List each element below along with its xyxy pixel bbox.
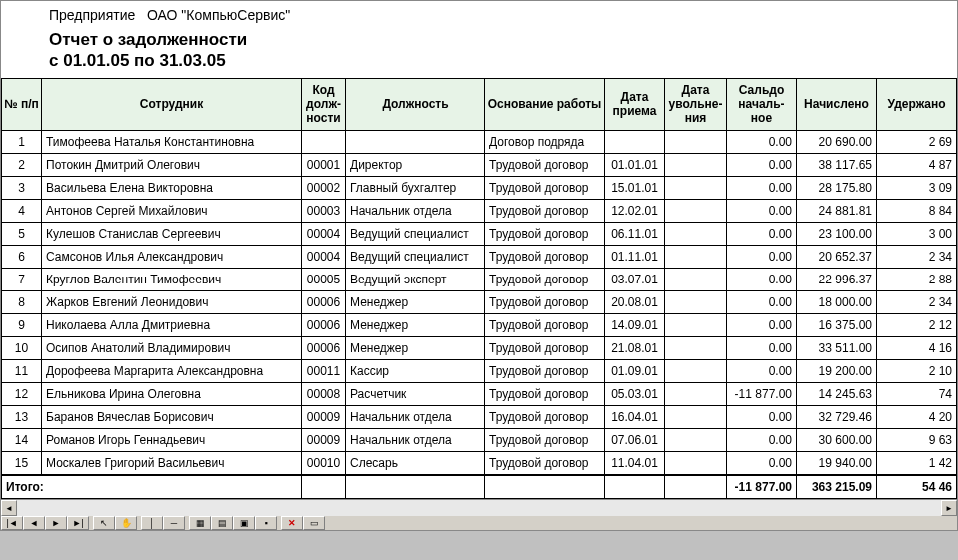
th-opening: Сальдо началь-ное <box>727 78 797 130</box>
cell-code: 00009 <box>302 428 346 451</box>
tool-icon[interactable]: ▪ <box>255 516 277 530</box>
grid-icon[interactable]: ▦ <box>189 516 211 530</box>
table-row[interactable]: 3Васильева Елена Викторовна00002Главный … <box>2 176 957 199</box>
cell-employee: Потокин Дмитрий Олегович <box>42 153 302 176</box>
cell-fire <box>665 313 727 336</box>
cell-opening: 0.00 <box>727 451 797 475</box>
totals-label: Итого: <box>2 475 302 499</box>
cell-hire: 01.09.01 <box>605 359 665 382</box>
table-row[interactable]: 9Николаева Алла Дмитриевна00006МенеджерТ… <box>2 313 957 336</box>
cell-employee: Антонов Сергей Михайлович <box>42 199 302 222</box>
cell-withheld: 2 12 <box>877 313 957 336</box>
scroll-left-arrow-icon[interactable]: ◄ <box>1 500 17 516</box>
cell-num: 6 <box>2 245 42 268</box>
cell-num: 14 <box>2 428 42 451</box>
cell-hire: 05.03.01 <box>605 382 665 405</box>
table-row[interactable]: 12Ельникова Ирина Олеговна00008Расчетчик… <box>2 382 957 405</box>
table-row[interactable]: 7Круглов Валентин Тимофеевич00005Ведущий… <box>2 268 957 290</box>
cell-position: Менеджер <box>346 313 485 336</box>
th-basis: Основание работы <box>485 78 605 130</box>
cell-hire: 21.08.01 <box>605 336 665 359</box>
cell-num: 7 <box>2 268 42 290</box>
hand-icon[interactable]: ✋ <box>115 516 137 530</box>
cell-hire: 07.06.01 <box>605 428 665 451</box>
table-row[interactable]: 2Потокин Дмитрий Олегович00001ДиректорТр… <box>2 153 957 176</box>
nav-prev-icon[interactable]: ◄ <box>23 516 45 530</box>
cell-position: Директор <box>346 153 485 176</box>
table-row[interactable]: 11Дорофеева Маргарита Александровна00011… <box>2 359 957 382</box>
table-row[interactable]: 10Осипов Анатолий Владимирович00006Менед… <box>2 336 957 359</box>
cell-position: Главный бухгалтер <box>346 176 485 199</box>
report-title: Отчет о задолженности <box>49 29 957 50</box>
table-row[interactable]: 8Жарков Евгений Леонидович00006МенеджерТ… <box>2 290 957 313</box>
cell-num: 11 <box>2 359 42 382</box>
cell-hire: 15.01.01 <box>605 176 665 199</box>
cell-code: 00005 <box>302 268 346 290</box>
table-row[interactable]: 13Баранов Вячеслав Борисович00009Начальн… <box>2 405 957 428</box>
cell-withheld: 2 10 <box>877 359 957 382</box>
cancel-icon[interactable]: ✕ <box>281 516 303 530</box>
report-title-block: Отчет о задолженности с 01.01.05 по 31.0… <box>49 29 957 72</box>
cell-fire <box>665 359 727 382</box>
cell-basis: Трудовой договор <box>485 382 605 405</box>
cell-position: Слесарь <box>346 451 485 475</box>
cell-code: 00006 <box>302 290 346 313</box>
cell-employee: Николаева Алла Дмитриевна <box>42 313 302 336</box>
cell-fire <box>665 428 727 451</box>
cell-basis: Трудовой договор <box>485 153 605 176</box>
nav-first-icon[interactable]: |◄ <box>1 516 23 530</box>
table-row[interactable]: 1Тимофеева Наталья КонстантиновнаДоговор… <box>2 130 957 153</box>
cell-basis: Трудовой договор <box>485 245 605 268</box>
cell-withheld: 1 42 <box>877 451 957 475</box>
cell-fire <box>665 451 727 475</box>
horizontal-scrollbar[interactable]: ◄ ► <box>1 499 957 516</box>
table-row[interactable]: 6Самсонов Илья Александрович00004Ведущий… <box>2 245 957 268</box>
check-icon[interactable]: ▭ <box>303 516 325 530</box>
cell-num: 5 <box>2 222 42 245</box>
cell-num: 12 <box>2 382 42 405</box>
props-icon[interactable]: ▣ <box>233 516 255 530</box>
cell-withheld: 2 88 <box>877 268 957 290</box>
cell-withheld: 4 20 <box>877 405 957 428</box>
table-row[interactable]: 4Антонов Сергей Михайлович00003Начальник… <box>2 199 957 222</box>
hline-icon[interactable]: ─ <box>163 516 185 530</box>
vline-icon[interactable]: │ <box>141 516 163 530</box>
nav-last-icon[interactable]: ►| <box>67 516 89 530</box>
report-header: Предприятие ОАО "КомпьюСервис" Отчет о з… <box>1 1 957 78</box>
cursor-icon[interactable]: ↖ <box>93 516 115 530</box>
scroll-track[interactable] <box>17 500 941 516</box>
cell-withheld: 4 16 <box>877 336 957 359</box>
table-row[interactable]: 15Москалев Григорий Васильевич00010Слеса… <box>2 451 957 475</box>
cell-accrued: 16 375.00 <box>797 313 877 336</box>
cell-basis: Трудовой договор <box>485 290 605 313</box>
cell-fire <box>665 268 727 290</box>
cell-opening: 0.00 <box>727 130 797 153</box>
th-fire: Дата увольне-ния <box>665 78 727 130</box>
cell-opening: 0.00 <box>727 222 797 245</box>
table-icon[interactable]: ▤ <box>211 516 233 530</box>
cell-accrued: 18 000.00 <box>797 290 877 313</box>
cell-num: 10 <box>2 336 42 359</box>
cell-hire: 06.11.01 <box>605 222 665 245</box>
cell-basis: Трудовой договор <box>485 313 605 336</box>
cell-employee: Тимофеева Наталья Константиновна <box>42 130 302 153</box>
table-row[interactable]: 5Кулешов Станислав Сергеевич00004Ведущий… <box>2 222 957 245</box>
cell-employee: Кулешов Станислав Сергеевич <box>42 222 302 245</box>
cell-position: Кассир <box>346 359 485 382</box>
cell-opening: 0.00 <box>727 405 797 428</box>
nav-next-icon[interactable]: ► <box>45 516 67 530</box>
cell-opening: 0.00 <box>727 336 797 359</box>
table-row[interactable]: 14Романов Игорь Геннадьевич00009Начальни… <box>2 428 957 451</box>
cell-code <box>302 130 346 153</box>
cell-withheld: 8 84 <box>877 199 957 222</box>
cell-accrued: 22 996.37 <box>797 268 877 290</box>
totals-blank-5 <box>665 475 727 499</box>
cell-opening: 0.00 <box>727 176 797 199</box>
cell-basis: Трудовой договор <box>485 199 605 222</box>
cell-withheld: 3 09 <box>877 176 957 199</box>
scroll-right-arrow-icon[interactable]: ► <box>941 500 957 516</box>
cell-code: 00006 <box>302 313 346 336</box>
totals-accrued: 363 215.09 <box>797 475 877 499</box>
cell-employee: Москалев Григорий Васильевич <box>42 451 302 475</box>
report-period: с 01.01.05 по 31.03.05 <box>49 50 957 71</box>
